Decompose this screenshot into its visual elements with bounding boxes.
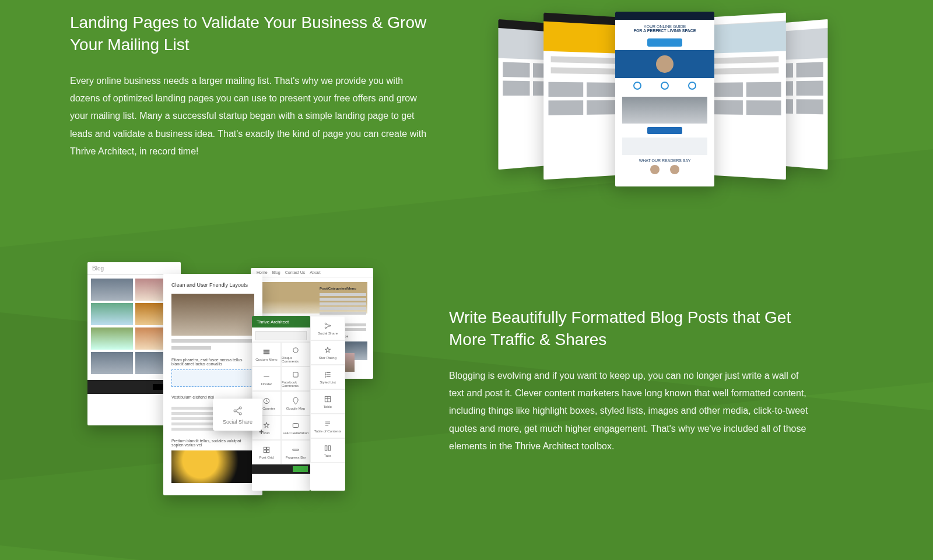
section1-text: Landing Pages to Validate Your Business …	[70, 12, 432, 161]
share-icon	[232, 405, 244, 417]
element-icon: Disqus Comments	[281, 342, 310, 367]
svg-line-33	[236, 408, 239, 410]
svg-rect-0	[264, 350, 269, 350]
nav-item: Blog	[272, 270, 280, 274]
svg-rect-29	[328, 445, 331, 450]
blog-collage: Blog Clean and User Friendly Layouts Eti…	[87, 262, 414, 495]
mockup-elements-panel-right: Social Share Star Rating Styled List Tab…	[310, 316, 345, 491]
svg-point-16	[325, 372, 327, 373]
svg-point-20	[325, 376, 327, 377]
element-icon: Custom Menu	[252, 342, 281, 367]
svg-rect-2	[264, 353, 269, 354]
svg-point-3	[293, 347, 298, 352]
element-icon: Facebook Comments	[281, 367, 310, 391]
section-blog-posts: Blog Clean and User Friendly Layouts Eti…	[70, 262, 863, 472]
element-icon: Google Map	[281, 391, 310, 415]
svg-rect-1	[264, 351, 269, 352]
blog-label: Blog	[92, 265, 104, 272]
article-title: Clean and User Friendly Layouts	[171, 282, 254, 289]
article-excerpt-3: Pretium blandit tellus, sodales volutpat…	[171, 439, 254, 446]
article-excerpt-1: Etiam pharetra, erat fusce massa tellus …	[171, 358, 254, 365]
sidebar-heading: Post/Categories/Menu	[320, 287, 366, 291]
element-icon: Table of Contents	[310, 414, 345, 438]
nav-item: About	[310, 270, 320, 274]
element-icon: Divider	[252, 367, 281, 391]
svg-point-31	[239, 407, 241, 409]
element-icon: Styled List	[310, 365, 345, 389]
svg-point-32	[239, 413, 241, 415]
svg-line-34	[236, 411, 239, 413]
section2-visual: Blog Clean and User Friendly Layouts Eti…	[70, 262, 414, 472]
svg-point-13	[325, 323, 326, 324]
element-icon: Star Rating	[310, 340, 345, 365]
template-page-left	[543, 13, 624, 180]
panel-title: Thrive Architect	[257, 319, 289, 325]
element-icon: Lead Generation	[281, 415, 310, 440]
section1-body: Every online business needs a larger mai…	[70, 72, 432, 161]
section2-text: Write Beautifully Formatted Blog Posts t…	[449, 307, 811, 456]
element-icon: Post Grid	[252, 440, 281, 464]
share-label: Social Share	[223, 419, 252, 425]
svg-rect-5	[293, 372, 298, 376]
section-landing-pages: Landing Pages to Validate Your Business …	[70, 12, 863, 221]
svg-rect-8	[264, 447, 266, 449]
svg-point-30	[234, 410, 236, 412]
element-icon: Social Share	[310, 316, 345, 340]
svg-rect-7	[293, 423, 298, 427]
element-icon: Table	[310, 389, 345, 414]
mockup-article: Clean and User Friendly Layouts Etiam ph…	[163, 274, 262, 495]
svg-rect-12	[293, 449, 299, 450]
template-page-right	[706, 13, 786, 180]
element-icon: Tabs	[310, 438, 345, 463]
nav-item: Contact Us	[285, 270, 306, 274]
svg-rect-9	[267, 447, 269, 449]
svg-rect-28	[325, 445, 327, 450]
svg-point-15	[325, 327, 326, 328]
svg-rect-11	[267, 450, 269, 452]
social-share-popover: Social Share +	[213, 399, 262, 431]
panel-search	[255, 331, 307, 340]
plus-icon: +	[259, 427, 267, 435]
element-icon: Progress Bar	[281, 440, 310, 464]
svg-point-18	[325, 374, 327, 375]
template-page-center: YOUR ONLINE GUIDEFOR A PERFECT LIVING SP…	[615, 12, 714, 186]
section2-body: Blogging is evolving and if you want to …	[449, 367, 811, 456]
section1-visual: YOUR ONLINE GUIDEFOR A PERFECT LIVING SP…	[466, 12, 863, 221]
svg-rect-10	[264, 450, 266, 452]
svg-point-14	[329, 325, 330, 326]
section1-heading: Landing Pages to Validate Your Business …	[70, 12, 432, 56]
section2-heading: Write Beautifully Formatted Blog Posts t…	[449, 307, 811, 351]
